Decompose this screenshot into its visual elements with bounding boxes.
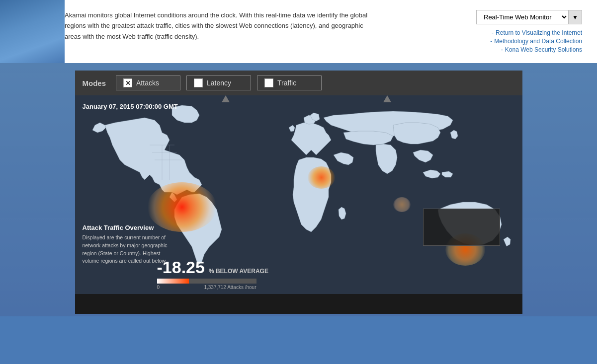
arrow-eu: [383, 95, 391, 102]
info-title: Attack Traffic Overview: [83, 224, 172, 231]
mode-traffic-checkbox[interactable]: Traffic: [257, 75, 322, 90]
blue-side-decoration: [0, 0, 65, 63]
mode-attacks-checkbox[interactable]: ✕ Attacks: [116, 75, 180, 90]
main-content-area: Modes ✕ Attacks Latency Traffic: [0, 63, 597, 316]
link-item-visualizing: - Return to Visualizing the Internet: [490, 29, 582, 36]
top-right-panel: Real-Time Web Monitor ▼ - Return to Visu…: [470, 10, 582, 53]
latency-checkbox-box: [194, 78, 203, 87]
latency-label: Latency: [207, 79, 231, 87]
australia-tooltip: [423, 209, 500, 246]
link-visualizing[interactable]: Return to Visualizing the Internet: [496, 29, 582, 36]
traffic-label: Traffic: [277, 79, 296, 87]
arrow-us: [222, 95, 230, 102]
modes-label: Modes: [83, 79, 106, 87]
link-methodology[interactable]: Methodology and Data Collection: [494, 38, 582, 45]
link-kona[interactable]: Kona Web Security Solutions: [505, 46, 582, 53]
description-text: Akamai monitors global Internet conditio…: [65, 10, 373, 42]
map-container: January 07, 2015 07:00:00 GMT: [75, 95, 522, 294]
attacks-label: Attacks: [136, 79, 159, 87]
progress-max: 1,337,712 Attacks /hour: [204, 285, 256, 290]
monitor-select-wrapper: Real-Time Web Monitor ▼: [476, 10, 582, 24]
monitor-dropdown[interactable]: Real-Time Web Monitor: [476, 10, 568, 24]
progress-labels: 0 1,337,712 Attacks /hour: [157, 285, 256, 290]
mode-latency-checkbox[interactable]: Latency: [186, 75, 251, 90]
link-item-kona: - Kona Web Security Solutions: [490, 46, 582, 53]
attacks-checkbox-box: ✕: [123, 78, 132, 87]
link-item-methodology: - Methodology and Data Collection: [490, 38, 582, 45]
map-timestamp: January 07, 2015 07:00:00 GMT: [83, 103, 178, 110]
progress-min: 0: [157, 285, 160, 290]
bottom-panel: [75, 294, 522, 314]
attacks-check-mark: ✕: [125, 80, 131, 86]
traffic-checkbox-box: [264, 78, 273, 87]
monitor-panel: Modes ✕ Attacks Latency Traffic: [75, 71, 522, 314]
links-list: - Return to Visualizing the Internet - M…: [490, 29, 582, 53]
stats-section: -18.25 % BELOW AVERAGE 0 1,337,712 Attac…: [157, 258, 515, 290]
stats-value: -18.25: [157, 258, 205, 277]
stats-label: % BELOW AVERAGE: [209, 268, 268, 275]
progress-fill: [157, 279, 189, 284]
progress-bar: [157, 279, 256, 284]
stats-row: -18.25 % BELOW AVERAGE: [157, 258, 515, 277]
dropdown-arrow-button[interactable]: ▼: [568, 10, 582, 24]
modes-bar: Modes ✕ Attacks Latency Traffic: [75, 71, 522, 95]
